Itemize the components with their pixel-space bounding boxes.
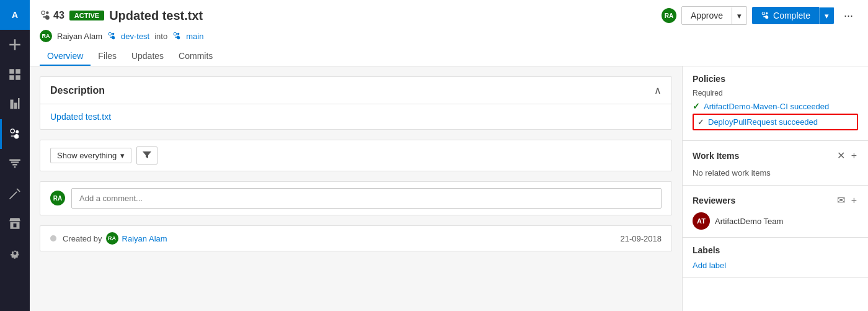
sidebar-item-artifacts[interactable]	[0, 209, 30, 238]
labels-title: Labels	[693, 245, 720, 255]
description-text: Updated test.txt	[50, 112, 111, 122]
pr-number: 43	[53, 10, 64, 21]
reviewers-title: Reviewers	[693, 196, 735, 205]
active-badge: ACTIVE	[69, 11, 104, 20]
labels-section: Labels Add label	[683, 238, 868, 278]
sidebar-avatar[interactable]: A	[0, 0, 30, 30]
policies-header: Policies	[693, 74, 858, 84]
policies-section: Policies Required ✓ ArtifactDemo-Maven-C…	[683, 66, 868, 141]
reviewer-item: AT ArtifactDemo Team	[693, 212, 858, 230]
work-items-remove-btn[interactable]: ✕	[836, 148, 846, 163]
description-title: Description	[50, 85, 105, 96]
policy-link-1[interactable]: ArtifactDemo-Maven-CI succeeded	[704, 102, 829, 111]
work-items-add-btn[interactable]: +	[850, 149, 858, 163]
filter-bar: Show everything ▾	[40, 140, 672, 171]
sidebar: A	[0, 0, 30, 311]
reviewers-email-btn[interactable]: ✉	[836, 193, 846, 207]
filter-icon-btn[interactable]	[136, 146, 157, 165]
timeline-user-link[interactable]: Raiyan Alam	[122, 234, 167, 243]
author-avatar: RA	[40, 30, 52, 42]
sidebar-item-add[interactable]	[0, 30, 30, 60]
labels-header: Labels	[693, 245, 858, 255]
show-everything-dropdown[interactable]: Show everything ▾	[50, 148, 131, 163]
comment-input[interactable]	[71, 188, 662, 209]
sidebar-item-repos[interactable]	[0, 119, 30, 149]
pr-icon-label: 43	[40, 10, 64, 21]
complete-button[interactable]: Complete	[752, 7, 819, 24]
complete-button-group: Complete ▾	[752, 7, 834, 24]
comment-user-avatar: RA	[50, 191, 65, 205]
reviewers-section: Reviewers ✉ + AT ArtifactDemo Team	[683, 186, 868, 238]
pr-title: Updated test.txt	[109, 9, 203, 23]
reviewer-name: ArtifactDemo Team	[715, 217, 783, 226]
complete-dropdown-btn[interactable]: ▾	[819, 7, 834, 24]
timeline-item: Created by RA Raiyan Alam 21-09-2018	[40, 225, 672, 251]
header-actions: RA Approve ▾ Complete ▾ ···	[662, 6, 858, 25]
policy-check-1: ✓	[693, 101, 700, 111]
approve-button-group: Approve ▾	[681, 6, 747, 25]
policy-item-1: ✓ ArtifactDemo-Maven-CI succeeded	[693, 101, 858, 111]
author-name: Raiyan Alam	[57, 32, 102, 41]
sidebar-item-settings[interactable]	[0, 238, 30, 268]
work-items-section: Work Items ✕ + No related work items	[683, 141, 868, 186]
approve-button[interactable]: Approve	[682, 7, 732, 24]
work-items-actions: ✕ +	[836, 148, 858, 163]
right-panel: Policies Required ✓ ArtifactDemo-Maven-C…	[682, 66, 868, 311]
timeline-dot	[50, 235, 56, 241]
comment-area: RA	[40, 181, 672, 215]
current-user-avatar-ra: RA	[662, 8, 676, 23]
reviewer-avatar: AT	[693, 212, 710, 230]
policy-check-2: ✓	[698, 117, 704, 127]
main-content: 43 ACTIVE Updated test.txt RA Approve ▾ …	[30, 0, 868, 311]
svg-rect-1	[16, 69, 20, 74]
sidebar-item-pipelines[interactable]	[0, 149, 30, 179]
approve-dropdown-btn[interactable]: ▾	[732, 7, 746, 24]
header-nav: Overview Files Updates Commits	[40, 47, 858, 66]
sidebar-item-boards[interactable]	[0, 89, 30, 119]
description-collapse-btn[interactable]: ∧	[654, 84, 662, 96]
reviewers-header: Reviewers ✉ +	[693, 193, 858, 207]
add-label-text[interactable]: Add label	[693, 261, 726, 270]
into-text: into	[154, 32, 167, 41]
header-meta: RA Raiyan Alam dev-test into main	[40, 30, 858, 42]
reviewers-add-btn[interactable]: +	[850, 194, 858, 207]
header-top: 43 ACTIVE Updated test.txt RA Approve ▾ …	[40, 6, 858, 25]
work-items-header: Work Items ✕ +	[693, 148, 858, 163]
reviewers-actions: ✉ +	[836, 193, 858, 207]
no-work-items-text: No related work items	[693, 168, 771, 178]
svg-rect-3	[16, 75, 20, 80]
tab-commits[interactable]: Commits	[171, 47, 220, 66]
policies-title: Policies	[693, 74, 725, 84]
svg-rect-0	[9, 69, 14, 74]
timeline-user-avatar: RA	[106, 232, 118, 245]
source-branch-link[interactable]: dev-test	[121, 32, 149, 41]
work-items-title: Work Items	[693, 151, 739, 161]
description-section: Description ∧ Updated test.txt	[40, 76, 672, 130]
timeline-text: Created by RA Raiyan Alam	[63, 232, 167, 245]
sidebar-item-testplans[interactable]	[0, 179, 30, 209]
description-body: Updated test.txt	[40, 104, 671, 129]
svg-rect-2	[9, 75, 14, 80]
required-label: Required	[693, 89, 858, 97]
tab-files[interactable]: Files	[91, 47, 124, 66]
sidebar-item-overview[interactable]	[0, 60, 30, 89]
tab-overview[interactable]: Overview	[40, 47, 91, 66]
policy-item-2-highlighted: ✓ DeployPullRequest succeeded	[693, 114, 858, 130]
tab-updates[interactable]: Updates	[124, 47, 171, 66]
policy-link-2[interactable]: DeployPullRequest succeeded	[708, 117, 818, 127]
timeline-date: 21-09-2018	[621, 234, 662, 243]
target-branch-link[interactable]: main	[186, 32, 203, 41]
description-header: Description ∧	[40, 77, 671, 104]
center-panel: Description ∧ Updated test.txt Show ever…	[30, 66, 682, 311]
body-layout: Description ∧ Updated test.txt Show ever…	[30, 66, 868, 311]
page-header: 43 ACTIVE Updated test.txt RA Approve ▾ …	[30, 0, 868, 66]
more-options-btn[interactable]: ···	[839, 7, 858, 25]
